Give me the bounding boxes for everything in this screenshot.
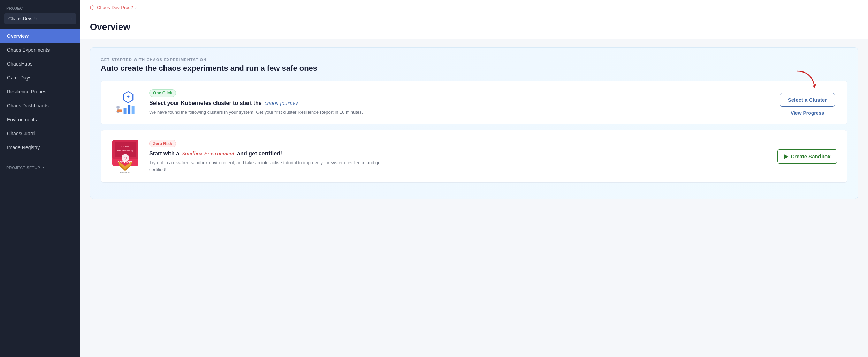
option-zero-risk-heading-suffix: and get certified!: [237, 151, 282, 157]
option-one-click-content: One Click Select your Kubernetes cluster…: [149, 89, 768, 116]
get-started-subtitle: GET STARTED WITH CHAOS EXPERIMENTATION: [101, 58, 847, 62]
cert-illustration: Chaos Engineering ⬡ DEVELOPER HARNESS: [111, 138, 140, 175]
sidebar-project-label: Project: [0, 0, 80, 12]
option-one-click-heading-prefix: Select your Kubernetes cluster to start …: [149, 100, 262, 106]
get-started-card: GET STARTED WITH CHAOS EXPERIMENTATION A…: [90, 47, 858, 199]
section-label-text: PROJECT SETUP: [6, 166, 40, 170]
svg-rect-7: [128, 105, 130, 114]
harness-icon: ⬡: [90, 4, 95, 11]
svg-rect-8: [132, 106, 135, 114]
option-zero-risk-content: Zero Risk Start with a Sandbox Environme…: [149, 140, 768, 173]
page-title: Overview: [90, 22, 858, 32]
k8s-illustration: ✦: [111, 89, 139, 116]
create-sandbox-label: Create Sandbox: [791, 153, 830, 159]
option-zero-risk: Chaos Engineering ⬡ DEVELOPER HARNESS: [101, 130, 847, 183]
svg-marker-11: [813, 84, 816, 88]
play-circle-icon: ▶: [784, 153, 788, 160]
create-sandbox-button[interactable]: ▶ Create Sandbox: [777, 149, 837, 164]
chevron-down-icon: ▾: [42, 165, 45, 170]
sidebar-item-chaos-experiments[interactable]: Chaos Experiments: [0, 43, 80, 57]
breadcrumb-project[interactable]: Chaos-Dev-Prod2: [97, 5, 133, 10]
sidebar-section-project-setup: PROJECT SETUP ▾: [0, 162, 80, 172]
chevron-right-icon: ›: [70, 16, 72, 21]
one-click-badge: One Click: [149, 89, 176, 97]
topbar: ⬡ Chaos-Dev-Prod2 ›: [80, 0, 868, 15]
svg-text:Chaos: Chaos: [121, 145, 129, 148]
option-one-click-heading: Select your Kubernetes cluster to start …: [149, 100, 768, 107]
get-started-title: Auto create the chaos experiments and ru…: [101, 64, 847, 73]
sidebar: Project Chaos-Dev-Pr... › Overview Chaos…: [0, 0, 80, 357]
k8s-illustration-area: ✦: [109, 89, 141, 116]
page-header: Overview: [80, 15, 868, 39]
select-cluster-button[interactable]: Select a Cluster: [780, 93, 835, 107]
svg-text:DEVELOPER: DEVELOPER: [117, 161, 132, 164]
option-zero-risk-desc: Try out in a risk-free sandbox environme…: [149, 159, 393, 173]
svg-text:⬡: ⬡: [123, 156, 127, 160]
sidebar-item-chaos-dashboards[interactable]: Chaos Dashboards: [0, 99, 80, 113]
sidebar-item-chaoshubs[interactable]: ChaosHubs: [0, 57, 80, 71]
project-name: Chaos-Dev-Pr...: [8, 16, 40, 21]
sidebar-item-chaosguard[interactable]: ChaosGuard: [0, 127, 80, 140]
cert-illustration-area: Chaos Engineering ⬡ DEVELOPER HARNESS: [109, 138, 141, 175]
view-progress-link[interactable]: View Progress: [791, 110, 824, 116]
breadcrumb-separator: ›: [135, 5, 137, 10]
sidebar-item-overview[interactable]: Overview: [0, 29, 80, 43]
sidebar-item-image-registry[interactable]: Image Registry: [0, 140, 80, 154]
zero-risk-badge: Zero Risk: [149, 140, 176, 147]
svg-text:Engineering: Engineering: [117, 149, 133, 152]
option-zero-risk-action: ▶ Create Sandbox: [776, 149, 839, 164]
option-one-click-heading-handwritten: chaos journey: [265, 100, 298, 107]
sidebar-item-gamedays[interactable]: GameDays: [0, 71, 80, 85]
option-one-click: ✦ One Click Select your Kubernetes clust…: [101, 81, 847, 124]
sidebar-item-resilience-probes[interactable]: Resilience Probes: [0, 85, 80, 99]
project-selector[interactable]: Chaos-Dev-Pr... ›: [4, 13, 76, 24]
svg-rect-10: [117, 109, 122, 112]
sidebar-item-environments[interactable]: Environments: [0, 113, 80, 127]
content-area: GET STARTED WITH CHAOS EXPERIMENTATION A…: [80, 39, 868, 357]
svg-rect-6: [124, 108, 127, 114]
option-one-click-desc: We have found the following clusters in …: [149, 109, 393, 116]
option-zero-risk-heading: Start with a Sandbox Environment and get…: [149, 150, 768, 157]
svg-text:HARNESS: HARNESS: [120, 171, 130, 173]
main-content: ⬡ Chaos-Dev-Prod2 › Overview GET STARTED…: [80, 0, 868, 357]
svg-point-0: [116, 106, 120, 109]
option-one-click-action: Select a Cluster View Progress: [776, 90, 839, 116]
sidebar-divider: [6, 158, 74, 158]
svg-text:✦: ✦: [126, 94, 130, 99]
option-zero-risk-heading-prefix: Start with a: [149, 151, 179, 157]
option-zero-risk-heading-handwritten: Sandbox Environment: [182, 150, 234, 157]
